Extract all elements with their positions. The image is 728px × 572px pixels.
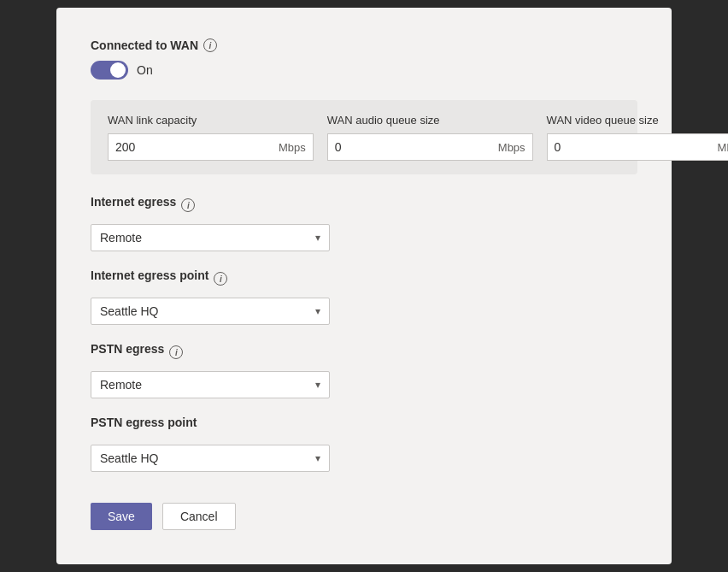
pstn-egress-point-dropdown[interactable]: Seattle HQ ▾: [91, 445, 330, 472]
pstn-egress-chevron-icon: ▾: [315, 379, 320, 391]
internet-egress-label: Internet egress: [91, 195, 176, 209]
wan-panel: WAN link capacity Mbps WAN audio queue s…: [91, 100, 637, 174]
toggle-label: On: [137, 63, 153, 77]
cancel-button[interactable]: Cancel: [162, 503, 236, 530]
pstn-egress-point-label: PSTN egress point: [91, 416, 197, 429]
wan-link-capacity-input-row: Mbps: [108, 133, 314, 161]
internet-egress-point-dropdown[interactable]: Seattle HQ ▾: [91, 298, 330, 325]
wan-toggle[interactable]: [91, 61, 128, 80]
internet-egress-info-icon[interactable]: i: [181, 198, 195, 212]
pstn-egress-dropdown[interactable]: Remote ▾: [91, 371, 330, 398]
network-settings-modal: Connected to WAN i On WAN link capacity …: [56, 8, 672, 564]
wan-video-queue-unit: Mbps: [711, 133, 728, 161]
save-button[interactable]: Save: [91, 503, 152, 530]
pstn-egress-point-section: PSTN egress point Seattle HQ ▾: [91, 416, 637, 472]
internet-egress-point-selected: Seattle HQ: [100, 304, 158, 318]
pstn-egress-point-selected: Seattle HQ: [100, 451, 158, 465]
internet-egress-point-header: Internet egress point i: [91, 268, 637, 289]
connected-to-wan-info-icon[interactable]: i: [203, 38, 217, 52]
wan-audio-queue-field: WAN audio queue size Mbps: [327, 114, 533, 161]
pstn-egress-section: PSTN egress i Remote ▾: [91, 342, 637, 398]
wan-video-queue-field: WAN video queue size Mbps: [547, 114, 728, 161]
internet-egress-selected: Remote: [100, 231, 142, 245]
internet-egress-point-chevron-icon: ▾: [315, 305, 320, 317]
pstn-egress-point-chevron-icon: ▾: [315, 452, 320, 464]
internet-egress-point-info-icon[interactable]: i: [214, 272, 227, 286]
wan-video-queue-input-row: Mbps: [547, 133, 728, 161]
internet-egress-point-label: Internet egress point: [91, 268, 208, 282]
internet-egress-dropdown[interactable]: Remote ▾: [91, 224, 330, 251]
pstn-egress-point-header: PSTN egress point: [91, 416, 637, 436]
internet-egress-chevron-icon: ▾: [315, 232, 320, 244]
internet-egress-header: Internet egress i: [91, 195, 637, 215]
wan-link-capacity-field: WAN link capacity Mbps: [108, 114, 314, 161]
wan-audio-queue-input-row: Mbps: [327, 133, 533, 161]
wan-audio-queue-label: WAN audio queue size: [327, 114, 533, 127]
wan-link-capacity-label: WAN link capacity: [108, 114, 314, 127]
button-row: Save Cancel: [91, 503, 637, 530]
pstn-egress-info-icon[interactable]: i: [169, 345, 183, 359]
connected-to-wan-header: Connected to WAN i: [91, 38, 637, 52]
pstn-egress-selected: Remote: [100, 378, 142, 392]
pstn-egress-label: PSTN egress: [91, 342, 164, 356]
internet-egress-section: Internet egress i Remote ▾: [91, 195, 637, 251]
wan-link-capacity-input[interactable]: [108, 133, 272, 161]
wan-video-queue-input[interactable]: [547, 133, 711, 161]
wan-link-capacity-unit: Mbps: [272, 133, 314, 161]
connected-to-wan-label: Connected to WAN: [91, 38, 198, 52]
toggle-knob: [110, 62, 126, 78]
wan-audio-queue-unit: Mbps: [491, 133, 533, 161]
toggle-row: On: [91, 61, 637, 80]
pstn-egress-header: PSTN egress i: [91, 342, 637, 363]
wan-audio-queue-input[interactable]: [327, 133, 491, 161]
wan-video-queue-label: WAN video queue size: [547, 114, 728, 127]
internet-egress-point-section: Internet egress point i Seattle HQ ▾: [91, 268, 637, 325]
